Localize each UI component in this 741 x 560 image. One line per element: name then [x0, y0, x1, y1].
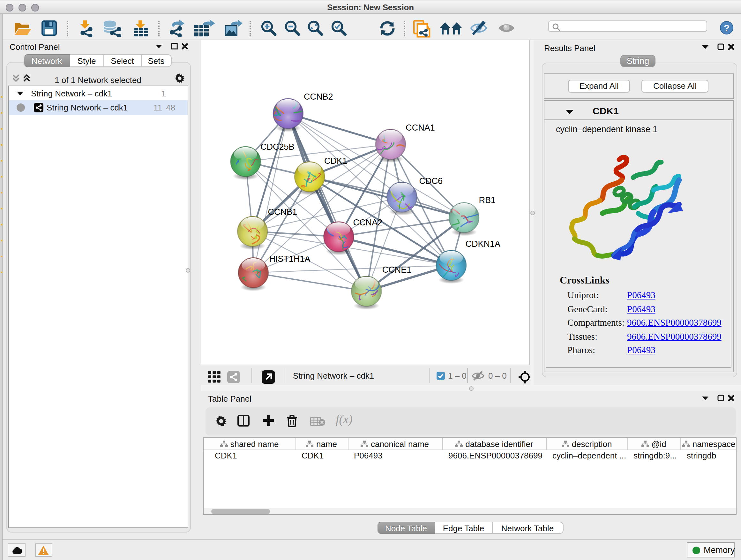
svg-text:CCNA1: CCNA1: [406, 123, 435, 132]
svg-text:CCNB1: CCNB1: [268, 207, 297, 216]
svg-text:CCNA2: CCNA2: [353, 217, 383, 227]
svg-text:?: ?: [724, 22, 730, 33]
svg-text:CDKN1A: CDKN1A: [465, 239, 500, 248]
svg-text:HIST1H1A: HIST1H1A: [269, 254, 310, 263]
svg-text:CCNE1: CCNE1: [382, 265, 412, 274]
svg-text:RB1: RB1: [479, 195, 495, 205]
svg-text:CDC25B: CDC25B: [260, 142, 294, 151]
svg-text:CDC6: CDC6: [419, 176, 443, 186]
svg-text:CDK1: CDK1: [324, 156, 347, 165]
svg-text:CCNB2: CCNB2: [304, 91, 333, 101]
